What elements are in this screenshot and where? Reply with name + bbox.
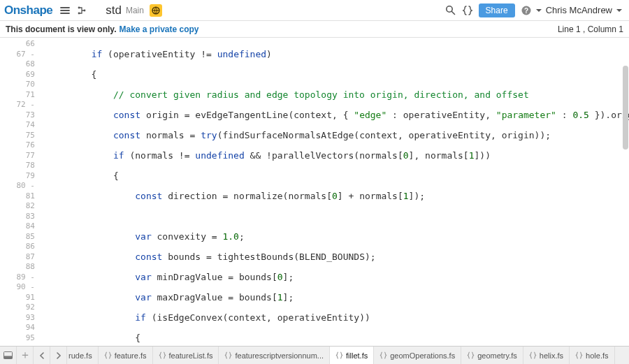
line-number: 76 bbox=[0, 140, 35, 151]
menu-icon[interactable] bbox=[58, 3, 72, 17]
tab-fillet-fs[interactable]: fillet.fs bbox=[330, 347, 374, 364]
tab-label: featurescriptversionnum... bbox=[235, 351, 324, 360]
line-number: 68 bbox=[0, 59, 35, 70]
tab-label: geomOperations.fs bbox=[390, 351, 455, 360]
tree-icon[interactable] bbox=[75, 3, 89, 17]
tab-label: hole.fs bbox=[586, 351, 608, 360]
share-button[interactable]: Share bbox=[479, 3, 515, 17]
vertical-scrollbar[interactable] bbox=[622, 38, 629, 346]
line-number: 86 bbox=[0, 242, 35, 252]
line-number: 71 bbox=[0, 90, 35, 101]
info-bar: This document is view only. Make a priva… bbox=[0, 21, 629, 38]
tab-geomOperations-fs[interactable]: geomOperations.fs bbox=[374, 347, 461, 364]
tab-label: helix.fs bbox=[540, 351, 563, 360]
branch-name[interactable]: Main bbox=[126, 6, 144, 15]
help-icon[interactable]: ? bbox=[519, 3, 533, 17]
line-gutter: 6667 -6869707172 -7374757677787980 -8182… bbox=[0, 38, 41, 346]
tab-helix-fs[interactable]: helix.fs bbox=[523, 347, 570, 364]
line-number: 73 bbox=[0, 110, 35, 121]
line-number: 89 - bbox=[0, 272, 35, 283]
panel-toggle-icon[interactable] bbox=[0, 347, 17, 364]
line-number: 85 bbox=[0, 232, 35, 242]
line-number: 83 bbox=[0, 212, 35, 222]
svg-point-1 bbox=[78, 12, 80, 14]
line-number: 80 - bbox=[0, 181, 35, 191]
line-number: 92 bbox=[0, 303, 35, 313]
featurescript-file-icon bbox=[467, 351, 475, 359]
tab-featurescriptversionnum-[interactable]: featurescriptversionnum... bbox=[219, 347, 330, 364]
featurescript-file-icon bbox=[575, 351, 583, 359]
public-icon[interactable] bbox=[150, 4, 162, 17]
chevron-down-icon bbox=[615, 5, 622, 15]
add-tab-icon[interactable]: ＋ bbox=[17, 347, 34, 364]
line-number: 79 bbox=[0, 171, 35, 182]
svg-text:?: ? bbox=[524, 6, 528, 14]
featurescript-file-icon bbox=[529, 351, 537, 359]
code-content[interactable]: if (operativeEntity != undefined) { // c… bbox=[41, 38, 629, 346]
line-number: 94 bbox=[0, 323, 35, 333]
featurescript-file-icon bbox=[379, 351, 387, 359]
bottom-bar: ＋ rude.fsfeature.fsfeatureList.fsfeature… bbox=[0, 346, 629, 364]
line-number: 84 bbox=[0, 221, 35, 232]
search-icon[interactable] bbox=[444, 3, 458, 17]
line-number: 75 bbox=[0, 131, 35, 141]
tab-label: fillet.fs bbox=[346, 351, 368, 360]
tab-hole-fs[interactable]: hole.fs bbox=[570, 347, 614, 364]
line-number: 78 bbox=[0, 161, 35, 171]
line-number: 67 - bbox=[0, 50, 35, 60]
line-number: 77 bbox=[0, 151, 35, 161]
tab-label: rude.fs bbox=[68, 351, 92, 360]
line-number: 93 bbox=[0, 313, 35, 323]
line-number: 74 bbox=[0, 120, 35, 131]
prev-tab-icon[interactable] bbox=[34, 347, 50, 364]
next-tab-icon[interactable] bbox=[50, 347, 67, 364]
tab-label: featureList.fs bbox=[169, 351, 213, 360]
line-number: 69 bbox=[0, 70, 35, 80]
tab-featureList-fs[interactable]: featureList.fs bbox=[153, 347, 219, 364]
featurescript-file-icon bbox=[335, 351, 343, 359]
svg-point-0 bbox=[78, 6, 80, 8]
document-title: std bbox=[106, 3, 122, 17]
line-number: 82 bbox=[0, 201, 35, 212]
line-number: 95 bbox=[0, 333, 35, 344]
line-number: 72 - bbox=[0, 100, 35, 110]
readonly-label: This document is view only. bbox=[6, 24, 116, 34]
line-number: 87 bbox=[0, 252, 35, 263]
cursor-position: Line 1 , Column 1 bbox=[558, 24, 623, 34]
featurescript-file-icon bbox=[104, 351, 112, 359]
line-number: 88 bbox=[0, 262, 35, 272]
make-copy-link[interactable]: Make a private copy bbox=[119, 24, 198, 34]
tab-rude-fs[interactable]: rude.fs bbox=[67, 347, 99, 364]
scrollbar-thumb[interactable] bbox=[623, 66, 628, 150]
logo[interactable]: Onshape bbox=[4, 3, 52, 17]
tab-strip: rude.fsfeature.fsfeatureList.fsfeaturesc… bbox=[67, 347, 629, 364]
line-number: 91 bbox=[0, 293, 35, 303]
tab-geometry-fs[interactable]: geometry.fs bbox=[461, 347, 523, 364]
featurescript-icon[interactable] bbox=[461, 3, 475, 17]
user-menu[interactable]: Chris McAndrew bbox=[546, 5, 622, 15]
help-dropdown-icon[interactable] bbox=[535, 5, 542, 15]
line-number: 81 bbox=[0, 191, 35, 202]
line-number: 66 bbox=[0, 39, 35, 50]
tab-label: geometry.fs bbox=[477, 351, 517, 360]
svg-point-2 bbox=[84, 9, 86, 11]
line-number: 70 bbox=[0, 80, 35, 90]
top-bar: Onshape std Main Share ? Chris McAndrew bbox=[0, 0, 629, 21]
featurescript-file-icon bbox=[159, 351, 166, 359]
featurescript-file-icon bbox=[224, 351, 232, 359]
code-editor[interactable]: 6667 -6869707172 -7374757677787980 -8182… bbox=[0, 38, 629, 346]
tab-label: feature.fs bbox=[115, 351, 147, 360]
tab-feature-fs[interactable]: feature.fs bbox=[99, 347, 153, 364]
line-number: 90 - bbox=[0, 282, 35, 293]
svg-rect-8 bbox=[4, 356, 13, 359]
